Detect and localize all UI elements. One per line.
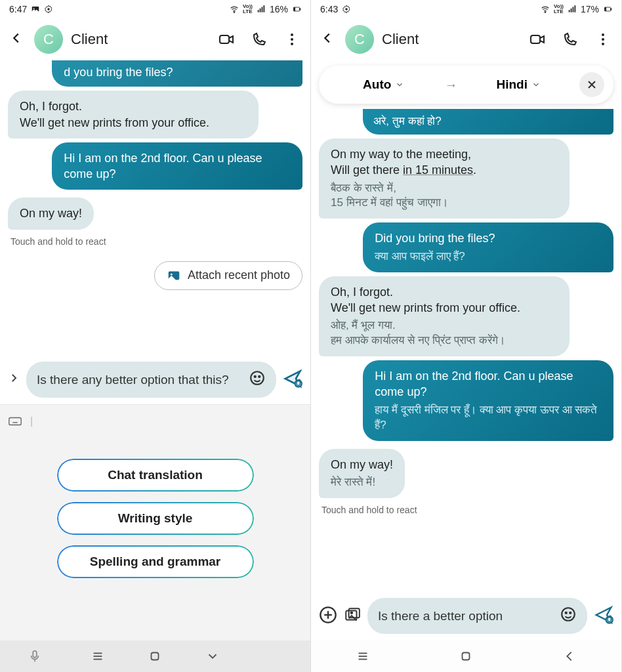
compose-input[interactable]: Is there any better option that this? <box>26 362 276 398</box>
compose-bar: Is there any better option that this? <box>0 358 310 404</box>
battery-icon <box>292 5 301 14</box>
svg-rect-38 <box>573 7 574 12</box>
message-out[interactable]: d you bring the files? <box>52 60 302 87</box>
avatar[interactable]: C <box>345 25 374 54</box>
contact-name[interactable]: Client <box>71 31 211 48</box>
message-in[interactable]: On my way to the meeting, Will get there… <box>319 138 570 219</box>
message-in[interactable]: On my way! मेरे रास्ते में! <box>319 449 405 498</box>
plus-button[interactable] <box>319 606 337 627</box>
spelling-grammar-button[interactable]: Spelling and grammar <box>57 545 254 578</box>
phone-icon[interactable] <box>562 32 578 47</box>
avatar[interactable]: C <box>34 25 63 54</box>
status-bar: 6:47 Vo))LTE 16% <box>0 0 310 18</box>
more-icon[interactable] <box>284 32 300 47</box>
wifi-icon <box>541 5 550 14</box>
translate-arrow-icon: → <box>445 77 458 93</box>
more-icon[interactable] <box>595 32 611 47</box>
video-call-icon[interactable] <box>529 32 545 47</box>
svg-rect-41 <box>611 9 612 10</box>
svg-point-55 <box>570 612 571 614</box>
svg-point-16 <box>171 274 173 276</box>
close-translate-button[interactable] <box>579 72 604 97</box>
svg-rect-37 <box>571 9 572 12</box>
react-hint: Touch and hold to react <box>319 502 613 522</box>
volte-indicator: Vo))LTE <box>554 4 564 14</box>
emoji-button[interactable] <box>249 369 266 390</box>
chat-header: C Client <box>0 18 310 60</box>
phone-icon[interactable] <box>251 32 267 47</box>
chevron-down-icon <box>395 80 404 89</box>
battery-percent: 17% <box>581 4 599 14</box>
svg-point-19 <box>259 376 260 377</box>
svg-point-18 <box>255 376 256 377</box>
battery-icon <box>603 5 612 14</box>
svg-rect-9 <box>300 9 301 10</box>
chat-area[interactable]: अरे, तुम कहां हो? On my way to the meeti… <box>311 109 621 594</box>
svg-point-53 <box>562 608 575 621</box>
recents-nav[interactable] <box>91 649 105 663</box>
back-button[interactable] <box>318 31 337 48</box>
recents-nav[interactable] <box>356 649 370 663</box>
volte-indicator: Vo))LTE <box>243 4 253 14</box>
back-nav[interactable] <box>205 649 220 663</box>
attach-photo-chip[interactable]: Attach recent photo <box>154 261 302 290</box>
message-out[interactable]: अरे, तुम कहां हो? <box>363 109 613 135</box>
compose-input[interactable]: Is there a better option <box>367 598 587 634</box>
keyboard-icon[interactable] <box>8 414 22 429</box>
source-language[interactable]: Auto <box>328 77 440 92</box>
keyboard-panel: | Chat translation Writing style Spellin… <box>0 404 310 640</box>
translate-bar: Auto → Hindi <box>319 66 613 104</box>
svg-rect-23 <box>9 418 21 425</box>
status-bar: 6:43 Vo))LTE 17% <box>311 0 621 18</box>
message-in[interactable]: On my way! <box>8 198 94 229</box>
writing-style-button[interactable]: Writing style <box>57 502 254 535</box>
left-screen: 6:47 Vo))LTE 16% C Client d you bring th… <box>0 0 311 672</box>
video-call-icon[interactable] <box>218 32 234 47</box>
right-screen: 6:43 Vo))LTE 17% C Client Auto → Hindi अ… <box>311 0 622 672</box>
svg-point-2 <box>48 8 51 10</box>
wifi-icon <box>230 5 239 14</box>
chevron-down-icon <box>531 80 541 89</box>
svg-point-17 <box>251 371 264 385</box>
gear-icon <box>44 5 53 14</box>
target-language[interactable]: Hindi <box>463 77 575 92</box>
contact-name[interactable]: Client <box>382 31 522 48</box>
back-button[interactable] <box>7 31 26 48</box>
svg-point-52 <box>351 612 353 614</box>
expand-button[interactable] <box>8 372 20 387</box>
svg-point-35 <box>545 12 545 12</box>
send-button[interactable] <box>594 605 613 627</box>
svg-point-3 <box>234 12 234 12</box>
battery-percent: 16% <box>270 4 288 14</box>
svg-rect-43 <box>531 35 540 43</box>
nav-bar <box>0 640 310 672</box>
home-nav[interactable] <box>148 649 162 663</box>
svg-rect-33 <box>152 653 159 660</box>
svg-point-54 <box>566 612 567 614</box>
home-nav[interactable] <box>459 649 473 663</box>
message-out[interactable]: Hi I am on the 2nd floor. Can u please c… <box>52 142 302 190</box>
emoji-button[interactable] <box>560 606 577 626</box>
message-out[interactable]: Did you bring the files? क्या आप फाइलें … <box>363 222 613 272</box>
send-button[interactable] <box>283 369 302 391</box>
status-time: 6:43 <box>320 4 338 14</box>
mic-button[interactable] <box>22 649 48 663</box>
svg-point-12 <box>291 33 293 36</box>
svg-point-34 <box>346 8 348 10</box>
gallery-button[interactable] <box>344 606 361 626</box>
svg-point-13 <box>291 38 293 41</box>
message-in[interactable]: Oh, I forgot. We'll get new prints from … <box>319 276 570 356</box>
react-hint: Touch and hold to react <box>8 234 302 253</box>
chat-area[interactable]: d you bring the files? Oh, I forgot. We'… <box>0 60 310 358</box>
compose-bar: Is there a better option <box>311 594 621 640</box>
svg-point-1 <box>33 8 35 9</box>
svg-rect-6 <box>262 7 263 12</box>
chat-translation-button[interactable]: Chat translation <box>57 459 254 492</box>
message-in[interactable]: Oh, I forgot. We'll get new prints from … <box>8 91 259 138</box>
back-nav[interactable] <box>562 649 577 663</box>
chat-header: C Client <box>311 18 621 60</box>
svg-rect-39 <box>574 5 575 12</box>
svg-rect-36 <box>569 10 570 12</box>
image-icon <box>31 5 40 14</box>
message-out[interactable]: Hi I am on the 2nd floor. Can u please c… <box>363 360 613 440</box>
